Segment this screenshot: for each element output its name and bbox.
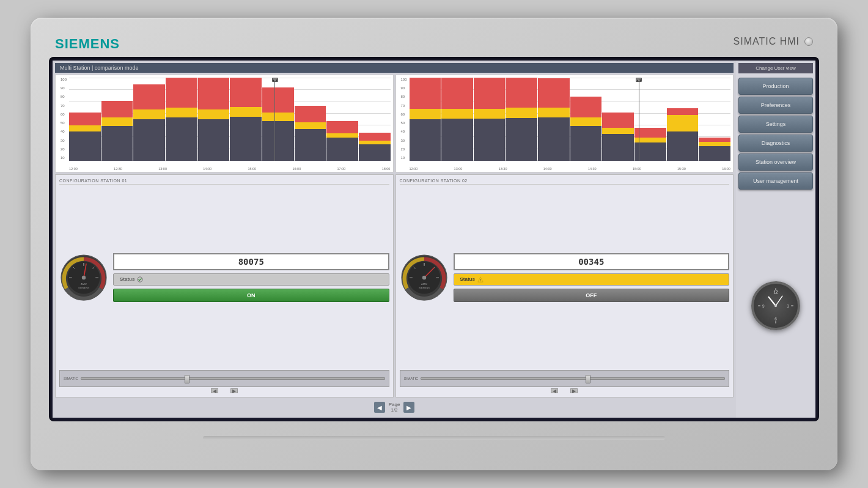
device-panel: SIEMENS SIMATIC HMI Multi Station | comp…	[31, 18, 837, 470]
station1-slider-area: SIMATIC ◀ ▶	[59, 370, 389, 393]
hmi-power-dot	[804, 37, 813, 46]
change-user-bar: Change User view	[738, 63, 813, 73]
clock-svg: 12 3 6 9	[754, 284, 798, 328]
station1-content: AMW SIEMENS 80075 Status	[59, 188, 389, 367]
station1-gauge: AMW SIEMENS	[59, 253, 108, 302]
station-overview-btn[interactable]: Station overview	[738, 153, 813, 171]
station2-slider-container: SIMATIC	[400, 370, 730, 387]
chart-2: 10090807060 5040302010	[395, 75, 734, 172]
device-top-bar: SIEMENS SIMATIC HMI	[49, 36, 819, 52]
page-indicator: Page 1/2	[389, 402, 400, 413]
station2-slider-track[interactable]	[421, 377, 725, 380]
svg-text:SIEMENS: SIEMENS	[78, 286, 89, 289]
station2-slider-area: SIMATIC ◀ ▶	[400, 370, 730, 393]
station1-slider-left[interactable]: ◀	[211, 388, 218, 393]
station1-slider-right[interactable]: ▶	[230, 388, 238, 393]
chart2-x-axis: 12:0013:0013:3014:0014:3015:0015:3016:00	[410, 167, 731, 171]
production-btn[interactable]: Production	[738, 78, 813, 95]
station2-slider-right[interactable]: ▶	[570, 388, 578, 393]
title-bar: Multi Station | comparison mode	[55, 63, 734, 73]
station1-status-btn[interactable]: Status	[113, 273, 389, 286]
svg-line-33	[768, 297, 776, 306]
gauge1-svg: AMW SIEMENS	[59, 253, 108, 302]
user-management-btn[interactable]: User management	[738, 172, 813, 190]
cursor-handle-1[interactable]: ▲▼	[272, 78, 278, 82]
analog-clock: 12 3 6 9	[751, 281, 800, 330]
chart2-y-axis: 10090807060 5040302010	[401, 78, 407, 160]
svg-text:9: 9	[762, 304, 765, 308]
svg-line-34	[776, 296, 782, 306]
svg-point-8	[82, 275, 86, 279]
chart2-bars	[410, 78, 731, 161]
svg-point-20	[422, 275, 425, 279]
warning-icon: !	[477, 276, 484, 283]
screen-bezel: Multi Station | comparison mode 10090807…	[49, 57, 819, 421]
device-bottom	[49, 421, 819, 440]
chart1-bars	[69, 78, 391, 161]
chart1-x-axis: 12:0012:3013:0014:0015:0016:0017:0018:00	[69, 167, 391, 171]
station1-title: CONFIGURATION STATION 01	[59, 179, 389, 185]
chart2-cursor[interactable]: ▲▼	[639, 78, 639, 161]
svg-text:SIEMENS: SIEMENS	[418, 286, 429, 289]
preferences-btn[interactable]: Preferences	[738, 97, 813, 114]
station1-slider-container: SIMATIC	[59, 370, 389, 387]
bottom-strip	[203, 436, 665, 440]
svg-point-35	[774, 305, 777, 307]
station2-value: 00345	[454, 253, 730, 270]
chart1-y-axis: 10090807060 5040302010	[61, 78, 67, 160]
simatic-hmi-label: SIMATIC HMI	[734, 36, 813, 47]
cursor-handle-2[interactable]: ▲▼	[636, 78, 642, 82]
station1-toggle[interactable]: ON	[113, 289, 389, 302]
chart-1: 10090807060 5040302010	[55, 75, 394, 172]
stations-row: CONFIGURATION STATION 01	[55, 174, 734, 397]
station2-slider-thumb[interactable]	[586, 375, 590, 383]
station1-value: 80075	[113, 253, 389, 270]
station2-toggle[interactable]: OFF	[454, 289, 730, 302]
pagination: ◀ Page 1/2 ▶	[55, 399, 734, 415]
right-nav-panel: Change User view Production Preferences …	[736, 61, 815, 418]
station2-title: CONFIGURATION STATION 02	[400, 179, 730, 185]
svg-text:AMW: AMW	[421, 283, 427, 286]
hmi-title: Multi Station | comparison mode	[60, 65, 138, 71]
next-page-btn[interactable]: ▶	[403, 402, 414, 413]
station2-status-btn[interactable]: Status !	[454, 273, 730, 286]
station2-slider-arrows: ◀ ▶	[400, 388, 730, 393]
charts-row: 10090807060 5040302010	[55, 75, 734, 172]
svg-text:AMW: AMW	[81, 283, 87, 286]
siemens-logo: SIEMENS	[55, 36, 120, 52]
clock-container: 12 3 6 9	[738, 196, 813, 415]
station1-slider-thumb[interactable]	[185, 375, 189, 383]
station-1-panel: CONFIGURATION STATION 01	[55, 174, 394, 397]
hmi-main-area: Multi Station | comparison mode 10090807…	[53, 61, 736, 418]
gauge2-svg: AMW SIEMENS	[400, 253, 449, 302]
chart1-cursor[interactable]: ▲▼	[274, 78, 275, 161]
station2-content: AMW SIEMENS 00345 Status	[400, 188, 730, 367]
station1-slider-track[interactable]	[81, 377, 385, 380]
screen: Multi Station | comparison mode 10090807…	[53, 61, 815, 418]
checkmark-icon	[137, 276, 143, 283]
station1-slider-arrows: ◀ ▶	[59, 388, 389, 393]
prev-page-btn[interactable]: ◀	[374, 402, 385, 413]
station-2-panel: CONFIGURATION STATION 02	[395, 174, 734, 397]
svg-text:12: 12	[773, 290, 778, 294]
svg-text:3: 3	[787, 304, 789, 308]
svg-text:6: 6	[774, 317, 777, 321]
station2-right: 00345 Status ! OFF	[454, 253, 730, 302]
diagnostics-btn[interactable]: Diagnostics	[738, 135, 813, 152]
station2-slider-left[interactable]: ◀	[551, 388, 558, 393]
settings-btn[interactable]: Settings	[738, 116, 813, 133]
station2-gauge: AMW SIEMENS	[400, 253, 449, 302]
station1-right: 80075 Status ON	[113, 253, 389, 302]
